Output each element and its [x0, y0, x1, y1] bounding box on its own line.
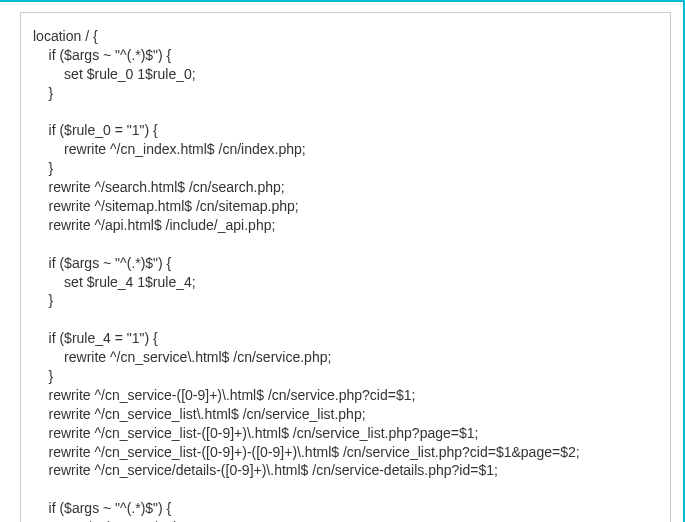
- code-block: location / { if ($args ~ "^(.*)$") { set…: [33, 27, 658, 522]
- code-box: location / { if ($args ~ "^(.*)$") { set…: [20, 12, 671, 522]
